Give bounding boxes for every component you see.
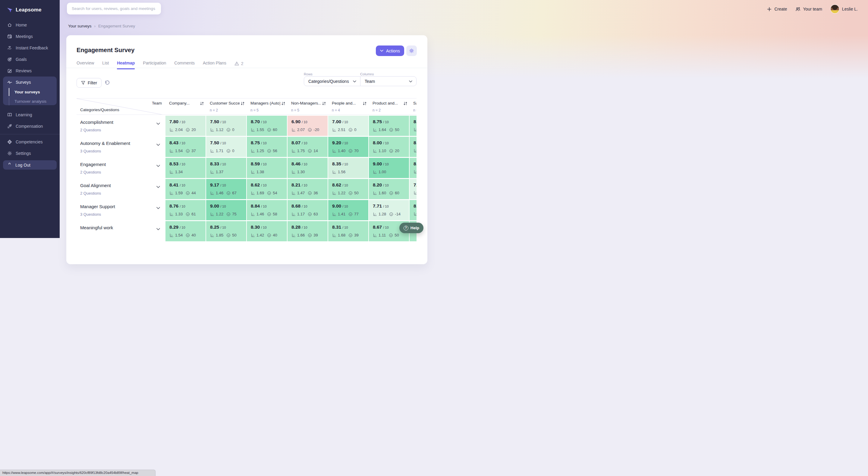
nps-happy-icon — [348, 212, 352, 216]
tab-overview[interactable]: Overview — [76, 61, 94, 69]
tab-warnings[interactable]: 2 — [235, 61, 244, 69]
score-value: 7.00 — [332, 119, 341, 124]
column-header-people-and[interactable]: People and...n = 4 — [328, 98, 368, 115]
chevron-down-icon[interactable] — [156, 163, 160, 165]
column-header-managers-auto[interactable]: Managers (Auto)n = 5 — [247, 98, 287, 115]
sidebar-item-label: Goals — [16, 57, 27, 62]
edit-icon — [7, 68, 12, 73]
tab-participation[interactable]: Participation — [143, 61, 166, 69]
score-denominator: / 10 — [342, 184, 348, 187]
breadcrumb-your-surveys[interactable]: Your surveys — [68, 24, 92, 28]
sidebar-subitem-your-surveys[interactable]: Your surveys — [3, 87, 57, 97]
row-header-autonomy-enablement[interactable]: Autonomy & Enablement3 Questions — [76, 137, 165, 157]
column-name: People and... — [332, 101, 362, 105]
sort-icon[interactable] — [403, 101, 407, 105]
sort-icon[interactable] — [322, 101, 326, 105]
row-header-engagement[interactable]: Engagement2 Questions — [76, 158, 165, 178]
sidebar-item-instant-feedback[interactable]: Instant Feedback — [0, 42, 60, 54]
row-header-goal-alignment[interactable]: Goal Alignment2 Questions — [76, 179, 165, 199]
sidebar-item-competencies[interactable]: Competencies — [0, 136, 60, 148]
heatmap-cell: 9.00/ 101.00 — [369, 158, 409, 178]
std-dev-icon — [251, 170, 255, 174]
score-value: 8.20 — [373, 182, 382, 187]
rows-select[interactable]: Categories/Questions — [304, 76, 360, 86]
sort-icon[interactable] — [241, 101, 245, 105]
heatmap-cell: 8.41/ 101.5944 — [165, 179, 206, 199]
column-header-company[interactable]: Company... — [165, 98, 206, 115]
nps-happy-icon — [348, 233, 352, 237]
score-value: 8.75 — [251, 140, 260, 145]
row-header-meaningful-work[interactable]: Meaningful work — [76, 221, 165, 238]
cell-metrics: 1.120 — [210, 127, 245, 132]
sidebar-item-settings[interactable]: Settings — [0, 148, 60, 159]
chevron-down-icon[interactable] — [156, 184, 160, 187]
sidebar-item-log-out[interactable]: rect x="3.2" y="7" width="9.6" height="6… — [3, 160, 57, 169]
sidebar-subitem-turnover-analysis[interactable]: Turnover analysis — [3, 97, 57, 106]
sidebar-item-meetings[interactable]: Meetings — [0, 31, 60, 42]
std-dev-value: 1.46 — [216, 191, 223, 195]
column-header-sa[interactable]: San = — [410, 98, 416, 115]
sidebar-item-goals[interactable]: Goals — [0, 54, 60, 65]
settings-gear-button[interactable] — [406, 45, 417, 56]
tab-heatmap[interactable]: Heatmap — [117, 61, 135, 69]
heatmap-cell: 8.35/ 101.56 — [328, 158, 368, 178]
nps-value: 36 — [313, 191, 318, 195]
score-denominator: / 10 — [342, 162, 348, 166]
chevron-down-icon[interactable] — [156, 142, 160, 144]
sidebar-item-home[interactable]: Home — [0, 19, 60, 31]
help-button[interactable]: ? Help — [399, 223, 424, 233]
heatmap-cell: 7.71/ 101.28-14 — [369, 200, 409, 220]
chevron-down-icon[interactable] — [156, 205, 160, 208]
score-value: 6.90 — [291, 119, 301, 124]
cell-metrics: 2.510 — [332, 127, 367, 132]
nps-value: 75 — [232, 212, 236, 216]
leapsome-logo[interactable]: Leapsome — [7, 7, 41, 13]
cell-metrics — [413, 212, 416, 216]
question-mark-icon: ? — [404, 226, 408, 230]
column-name: Non-Managers... — [291, 101, 321, 105]
heatmap-cell: 6.90/ 102.07-20 — [287, 116, 328, 136]
std-dev-value: 1.56 — [338, 169, 345, 174]
row-header-accomplishment[interactable]: Accomplishment2 Questions — [76, 116, 165, 136]
tab-list[interactable]: List — [102, 61, 109, 69]
heatmap-row-goal-alignment: Goal Alignment2 Questions8.41/ 101.59449… — [76, 179, 416, 199]
sidebar-item-surveys[interactable]: Surveys — [3, 77, 57, 87]
sidebar-item-learning[interactable]: Learning — [0, 109, 60, 121]
sort-icon[interactable] — [281, 101, 285, 105]
std-dev-value: 1.60 — [378, 191, 386, 195]
sort-icon[interactable] — [200, 101, 204, 105]
category-label: Accomplishment — [80, 120, 113, 125]
sort-icon[interactable] — [363, 101, 367, 105]
filter-button[interactable]: Filter — [76, 78, 101, 88]
std-dev-value: 1.34 — [175, 169, 183, 174]
breadcrumb: Your surveys › Engagement Survey — [68, 24, 135, 28]
column-header-product-and[interactable]: Product and...n = 2 — [369, 98, 409, 115]
std-dev-value: 2.07 — [297, 127, 305, 132]
cell-metrics: 1.5440 — [169, 233, 204, 237]
score-value: 8. — [413, 203, 416, 209]
column-header-customer-success[interactable]: Customer Successn = 2 — [206, 98, 246, 115]
column-header-non-managers[interactable]: Non-Managers...n = 5 — [287, 98, 328, 115]
score-value: 9.00 — [210, 203, 219, 209]
score-value: 9.17 — [210, 182, 219, 187]
gear-icon — [409, 48, 414, 53]
chevron-down-icon[interactable] — [156, 121, 160, 123]
sidebar-item-reviews[interactable]: Reviews — [0, 65, 60, 76]
actions-button[interactable]: Actions — [376, 45, 404, 56]
cell-metrics: 1.8550 — [210, 233, 245, 237]
score-value: 8.70 — [251, 119, 260, 124]
std-dev-value: 1.10 — [378, 149, 386, 153]
heatmap-cell: 7.50/ 101.710 — [206, 137, 246, 157]
search-input[interactable] — [67, 3, 161, 14]
std-dev-value: 1.42 — [256, 233, 264, 237]
score-value: 8.76 — [169, 203, 179, 209]
chevron-down-icon[interactable] — [156, 226, 160, 229]
sidebar-item-label: Competencies — [16, 139, 43, 144]
sidebar-item-compensation[interactable]: Compensation — [0, 121, 60, 132]
columns-select[interactable]: Team — [360, 76, 416, 86]
tab-action-plans[interactable]: Action Plans — [203, 61, 226, 69]
reset-filters-button[interactable] — [104, 80, 110, 86]
tab-comments[interactable]: Comments — [174, 61, 195, 69]
nps-happy-icon — [226, 212, 230, 216]
row-header-manager-support[interactable]: Manager Support3 Questions — [76, 200, 165, 220]
